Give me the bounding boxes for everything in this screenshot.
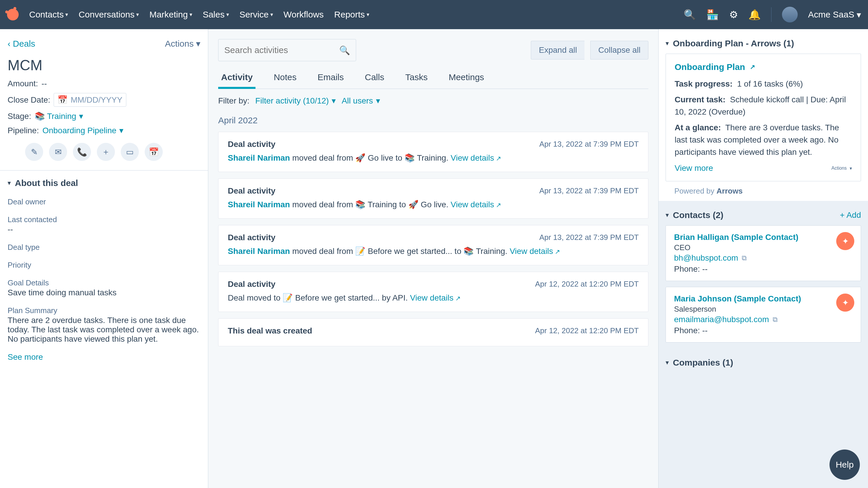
companies-section: ▾ Companies (1) [659,348,868,368]
current-task-label: Current task: [675,95,725,104]
nav-service[interactable]: Service▾ [240,10,273,20]
task-icon[interactable]: ▭ [121,143,139,161]
calendar-icon: 📅 [58,95,68,105]
activity-user-link[interactable]: Shareil Nariman [228,200,290,209]
filter-row: Filter by: Filter activity (10/12)▾ All … [218,89,648,116]
contacts-section-toggle[interactable]: ▾ Contacts (2) + Add [665,210,861,220]
contact-card: ✦Maria Johnson (Sample Contact)Salespers… [665,287,861,343]
onboarding-actions-dropdown[interactable]: Actions▾ [832,164,852,173]
see-more-link[interactable]: See more [8,352,200,362]
meeting-icon[interactable]: 📅 [145,143,163,161]
view-details-link[interactable]: View details↗ [410,293,461,302]
onboarding-section-title: Onboarding Plan - Arrows (1) [673,38,794,48]
search-icon[interactable]: 🔍 [684,9,696,21]
close-date-placeholder: MM/DD/YYYY [70,95,122,105]
deal-owner-field[interactable]: Deal owner [8,197,200,206]
filter-users-dropdown[interactable]: All users▾ [342,96,380,105]
activity-title: Deal activity [228,280,275,289]
expand-all-button[interactable]: Expand all [531,41,585,60]
call-icon[interactable]: 📞 [73,143,91,161]
account-menu[interactable]: Acme SaaS▾ [808,10,861,20]
search-activities-input[interactable]: 🔍 [218,39,356,61]
about-toggle[interactable]: ▾ About this deal [8,178,200,188]
deal-actions-dropdown[interactable]: Actions▾ [165,38,200,49]
collapse-all-button[interactable]: Collapse all [590,41,648,60]
activity-user-link[interactable]: Shareil Nariman [228,153,290,162]
log-icon[interactable]: ＋ [97,143,115,161]
activity-tabs: Activity Notes Emails Calls Tasks Meetin… [218,68,648,89]
copy-icon[interactable]: ⧉ [742,254,747,262]
nav-marketing[interactable]: Marketing▾ [149,10,192,20]
contact-phone: Phone: -- [674,326,852,335]
caret-down-icon: ▾ [136,11,139,18]
marketplace-icon[interactable]: 🏪 [706,9,719,21]
external-link-icon: ↗ [555,248,560,255]
nav-reports[interactable]: Reports▾ [334,10,369,20]
month-heading: April 2022 [218,116,648,125]
companies-section-toggle[interactable]: ▾ Companies (1) [665,358,861,368]
onboarding-plan-link[interactable]: Onboarding Plan↗ [675,62,755,72]
nav-contacts[interactable]: Contacts▾ [29,10,68,20]
tab-calls[interactable]: Calls [362,68,388,89]
deal-title: MCM [8,57,200,74]
chevron-down-icon: ▾ [8,179,11,187]
activity-body: Shareil Nariman moved deal from 📝 Before… [228,245,639,257]
priority-field[interactable]: Priority [8,261,200,270]
goal-details-field: Goal Details Save time doing manual task… [8,279,200,297]
tab-notes[interactable]: Notes [271,68,299,89]
last-contacted-field: Last contacted -- [8,215,200,234]
note-icon[interactable]: ✎ [25,143,43,161]
tab-tasks[interactable]: Tasks [402,68,431,89]
contact-avatar-icon[interactable]: ✦ [836,232,854,250]
help-button[interactable]: Help [830,450,860,480]
caret-down-icon: ▾ [190,11,192,18]
right-panel: ▾ Onboarding Plan - Arrows (1) Onboardin… [659,29,868,488]
view-details-link[interactable]: View details↗ [451,153,501,162]
contact-phone: Phone: -- [674,264,852,274]
onboarding-section-toggle[interactable]: ▾ Onboarding Plan - Arrows (1) [665,38,861,48]
activity-card: Deal activityApr 13, 2022 at 7:39 PM EDT… [218,225,648,265]
nav-workflows[interactable]: Workflows [283,10,324,20]
filter-by-label: Filter by: [218,96,249,105]
tab-meetings[interactable]: Meetings [446,68,487,89]
email-icon[interactable]: ✉ [49,143,67,161]
copy-icon[interactable]: ⧉ [773,316,778,324]
task-progress-value: 1 of 16 tasks (6%) [737,79,803,88]
view-more-link[interactable]: View more [675,164,713,173]
contact-email-link[interactable]: emailmaria@hubspot.com⧉ [674,315,778,324]
nav-sales[interactable]: Sales▾ [203,10,229,20]
view-details-link[interactable]: View details↗ [509,247,560,256]
caret-down-icon: ▾ [119,126,123,135]
tab-activity[interactable]: Activity [218,68,255,89]
activity-timestamp: Apr 13, 2022 at 7:39 PM EDT [539,233,639,242]
nav-conversations[interactable]: Conversations▾ [79,10,139,20]
pipeline-row: Pipeline: Onboarding Pipeline▾ [8,126,200,135]
add-contact-link[interactable]: + Add [840,210,861,220]
user-avatar[interactable] [782,7,798,23]
back-deals-link[interactable]: ‹Deals [8,39,35,49]
deal-type-field[interactable]: Deal type [8,243,200,252]
activity-timestamp: Apr 13, 2022 at 7:39 PM EDT [539,140,639,149]
caret-down-icon: ▾ [196,38,200,49]
task-progress-label: Task progress: [675,79,733,88]
search-input[interactable] [224,45,335,55]
stage-dropdown[interactable]: 📚 Training▾ [35,111,83,121]
amount-label: Amount: [8,79,38,88]
close-date-row: Close Date: 📅 MM/DD/YYYY [8,93,200,107]
hubspot-logo-icon[interactable] [7,9,19,21]
view-details-link[interactable]: View details↗ [451,200,501,209]
notifications-bell-icon[interactable]: 🔔 [748,9,761,21]
close-date-input[interactable]: 📅 MM/DD/YYYY [54,93,126,107]
contact-avatar-icon[interactable]: ✦ [836,294,854,312]
contact-email-link[interactable]: bh@hubspot.com⧉ [674,253,747,263]
pipeline-dropdown[interactable]: Onboarding Pipeline▾ [42,126,123,135]
activity-user-link[interactable]: Shareil Nariman [228,247,290,256]
quick-actions: ✎ ✉ 📞 ＋ ▭ 📅 [8,143,200,161]
activity-title: Deal activity [228,186,275,196]
tab-emails[interactable]: Emails [315,68,347,89]
top-nav: Contacts▾ Conversations▾ Marketing▾ Sale… [0,0,868,29]
settings-gear-icon[interactable]: ⚙ [729,9,738,21]
contact-name-link[interactable]: Maria Johnson (Sample Contact) [674,294,852,303]
filter-activity-dropdown[interactable]: Filter activity (10/12)▾ [255,96,336,105]
contact-name-link[interactable]: Brian Halligan (Sample Contact) [674,233,852,242]
